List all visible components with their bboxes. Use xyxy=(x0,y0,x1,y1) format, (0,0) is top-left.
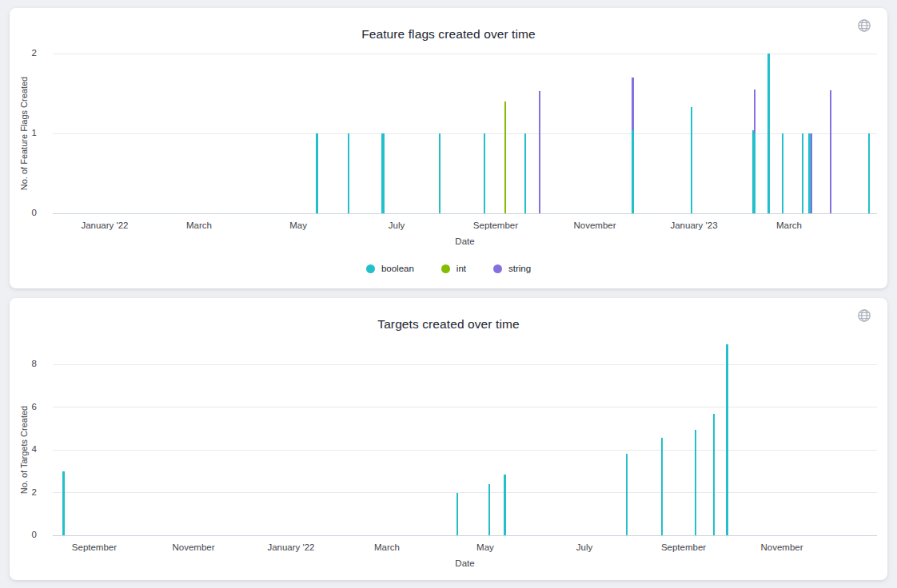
y-tick-label: 2 xyxy=(16,48,37,58)
x-tick-label: January '23 xyxy=(670,220,717,230)
legend-item-boolean[interactable]: boolean xyxy=(366,264,414,273)
legend-item-string[interactable]: string xyxy=(493,264,531,273)
bar-boolean xyxy=(348,133,349,213)
gridline xyxy=(53,492,877,493)
globe-icon xyxy=(857,308,871,323)
x-tick-label: July xyxy=(389,220,405,230)
x-tick-label: November xyxy=(760,542,803,552)
x-axis-title: Date xyxy=(455,558,474,568)
y-tick-label: 1 xyxy=(16,128,37,137)
x-tick-label: November xyxy=(573,220,616,230)
x-tick-label: March xyxy=(776,220,802,230)
bar-boolean xyxy=(439,133,441,213)
x-tick-label: November xyxy=(172,542,214,552)
bar-targets xyxy=(626,454,628,535)
legend-dot-string xyxy=(493,264,502,273)
targets-chart-card: Targets created over time No. of Targets… xyxy=(10,298,887,580)
chart-legend: boolean int string xyxy=(10,264,887,273)
bar-targets xyxy=(726,344,728,535)
x-tick-label: March xyxy=(374,542,400,552)
bar-boolean xyxy=(782,133,783,213)
bar-boolean xyxy=(752,130,755,213)
gridline xyxy=(53,450,877,451)
legend-label: string xyxy=(508,264,531,273)
x-axis-line xyxy=(53,535,877,536)
bar-targets xyxy=(456,493,458,536)
bar-targets xyxy=(695,430,696,535)
bar-boolean xyxy=(484,133,485,213)
y-tick-label: 0 xyxy=(16,208,37,217)
bar-targets xyxy=(661,438,663,535)
bar-boolean xyxy=(632,130,634,213)
bar-string xyxy=(811,133,812,213)
x-axis-title: Date xyxy=(455,236,474,246)
bar-boolean xyxy=(316,133,318,213)
x-tick-label: September xyxy=(72,542,117,552)
y-tick-label: 8 xyxy=(16,359,37,368)
bar-boolean xyxy=(381,133,385,213)
bar-targets xyxy=(504,475,506,535)
gridline xyxy=(53,54,877,54)
y-tick-label: 0 xyxy=(16,530,37,539)
feature-flags-chart-title: Feature flags created over time xyxy=(10,27,887,42)
legend-item-int[interactable]: int xyxy=(441,264,466,273)
legend-dot-int xyxy=(441,264,450,273)
bar-boolean xyxy=(767,54,770,213)
bar-targets xyxy=(62,471,65,535)
bar-boolean xyxy=(524,133,526,213)
y-tick-label: 2 xyxy=(16,487,37,497)
y-tick-label: 6 xyxy=(16,402,37,411)
bar-string xyxy=(539,91,540,213)
bar-boolean xyxy=(802,133,803,213)
targets-plot-area: No. of Targets Created Date 02468Septemb… xyxy=(53,364,877,535)
x-tick-label: May xyxy=(289,220,307,230)
x-tick-label: September xyxy=(473,220,518,230)
feature-flags-plot-area: No. of Feature Flags Created Date 012Jan… xyxy=(53,54,877,213)
globe-icon xyxy=(857,18,871,33)
gridline xyxy=(53,364,877,365)
bar-boolean xyxy=(691,107,692,213)
gridline xyxy=(53,407,877,407)
bar-targets xyxy=(488,484,490,535)
bar-string xyxy=(830,90,831,213)
y-tick-label: 4 xyxy=(16,444,37,454)
targets-chart-title: Targets created over time xyxy=(10,317,887,332)
legend-label: int xyxy=(456,264,466,273)
x-tick-label: September xyxy=(661,542,706,552)
bar-targets xyxy=(713,414,715,535)
bar-string xyxy=(754,89,755,133)
x-tick-label: January '22 xyxy=(81,220,128,230)
feature-flags-chart-card: Feature flags created over time No. of F… xyxy=(10,8,887,288)
legend-label: boolean xyxy=(381,264,414,273)
x-tick-label: January '22 xyxy=(267,542,314,552)
x-tick-label: July xyxy=(576,542,592,552)
legend-dot-boolean xyxy=(366,264,375,273)
x-tick-label: March xyxy=(186,220,212,230)
bar-string xyxy=(632,77,634,130)
bar-int xyxy=(504,101,506,213)
x-tick-label: May xyxy=(476,542,494,552)
bar-boolean xyxy=(868,133,870,213)
